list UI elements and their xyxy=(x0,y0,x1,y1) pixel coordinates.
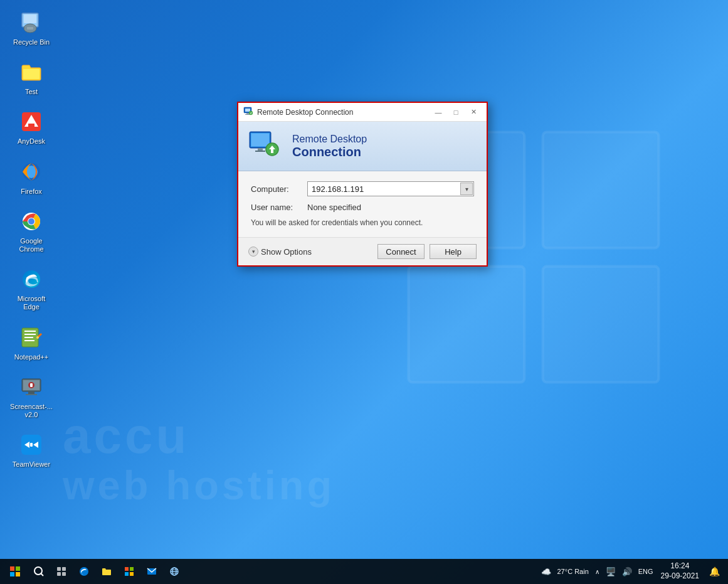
edge-label: Microsoft Edge xyxy=(9,295,53,311)
rdp-show-options-label: Show Options xyxy=(261,247,312,257)
rdp-computer-dropdown[interactable]: ▾ xyxy=(460,183,473,195)
svg-rect-2 xyxy=(409,267,525,383)
svg-rect-47 xyxy=(10,572,14,576)
svg-rect-23 xyxy=(24,340,34,341)
svg-rect-53 xyxy=(57,572,61,576)
rdp-minimize-button[interactable]: — xyxy=(430,106,446,119)
svg-rect-54 xyxy=(62,572,66,576)
rdp-header: Remote Desktop Connection xyxy=(238,122,487,171)
chrome-icon xyxy=(18,208,45,235)
svg-rect-51 xyxy=(57,567,61,571)
edge-icon xyxy=(18,266,45,292)
svg-rect-5 xyxy=(24,14,36,23)
rdp-show-options-button[interactable]: ▾ Show Options xyxy=(248,247,312,257)
taskbar: ☁️ 27°C Rain ∧ 🖥️ 🔊 ENG 16:24 29-09-2021… xyxy=(0,559,728,584)
desktop-icon-screencast[interactable]: Screencast-... v2.0 xyxy=(6,371,56,422)
rdp-header-line1: Remote Desktop xyxy=(292,134,367,145)
svg-rect-11 xyxy=(28,124,34,127)
tray-network-icon[interactable]: 🖥️ xyxy=(604,566,617,578)
svg-point-37 xyxy=(249,111,253,115)
svg-rect-22 xyxy=(24,337,33,338)
taskbar-time-value: 16:24 xyxy=(670,561,689,571)
desktop-icon-firefox[interactable]: Firefox xyxy=(6,156,56,199)
svg-rect-30 xyxy=(30,383,33,387)
svg-rect-41 xyxy=(258,148,263,151)
watermark-line2: web hosting xyxy=(63,462,335,509)
svg-rect-44 xyxy=(271,148,273,153)
desktop-icon-teamviewer[interactable]: TeamViewer xyxy=(6,428,56,472)
firefox-icon xyxy=(18,159,45,185)
rdp-username-value: None specified xyxy=(307,203,361,212)
svg-line-50 xyxy=(41,574,44,576)
teamviewer-icon xyxy=(18,432,45,458)
taskbar-pinned-network[interactable] xyxy=(163,560,186,583)
svg-rect-45 xyxy=(10,566,14,571)
svg-rect-35 xyxy=(246,113,249,114)
desktop-icon-column: Recycle Bin Test AnyDesk xyxy=(6,6,56,472)
desktop: accu web hosting Recycle Bin Test xyxy=(0,0,728,559)
svg-rect-27 xyxy=(28,391,34,394)
screencast-label: Screencast-... v2.0 xyxy=(9,403,53,419)
svg-rect-8 xyxy=(23,69,40,79)
taskbar-start-button[interactable] xyxy=(3,560,28,583)
tray-weather-text: 27°C Rain xyxy=(556,566,590,576)
recycle-bin-icon xyxy=(18,9,45,36)
svg-rect-21 xyxy=(24,334,36,335)
rdp-computer-input-wrapper: ▾ xyxy=(307,181,474,196)
desktop-icon-edge[interactable]: Microsoft Edge xyxy=(6,263,56,314)
test-label: Test xyxy=(25,88,38,96)
taskbar-search-button[interactable] xyxy=(28,560,50,583)
rdp-connect-button[interactable]: Connect xyxy=(377,244,425,259)
svg-rect-40 xyxy=(251,134,269,146)
rdp-window-controls: — □ ✕ xyxy=(430,106,482,119)
rdp-dialog: Remote Desktop Connection — □ ✕ xyxy=(237,102,488,267)
desktop-icon-notepadpp[interactable]: Notepad++ xyxy=(6,321,56,364)
firefox-label: Firefox xyxy=(21,188,42,196)
rdp-title-icon xyxy=(243,106,253,118)
svg-rect-58 xyxy=(125,572,129,576)
taskbar-system-tray: ☁️ 27°C Rain ∧ 🖥️ 🔊 ENG xyxy=(537,566,657,578)
test-folder-icon xyxy=(18,59,45,85)
svg-rect-3 xyxy=(543,267,659,383)
tray-chevron-icon[interactable]: ∧ xyxy=(594,567,601,576)
rdp-computer-input[interactable] xyxy=(307,181,474,196)
taskbar-pinned-edge[interactable] xyxy=(73,560,95,583)
rdp-help-button[interactable]: Help xyxy=(430,244,477,259)
rdp-username-row: User name: None specified xyxy=(251,203,474,212)
svg-point-24 xyxy=(36,336,39,339)
taskbar-pinned-folder[interactable] xyxy=(95,560,118,583)
taskbar-date-value: 29-09-2021 xyxy=(661,571,699,581)
taskbar-clock[interactable]: 16:24 29-09-2021 xyxy=(657,561,703,581)
svg-rect-57 xyxy=(130,567,134,571)
desktop-icon-test[interactable]: Test xyxy=(6,56,56,99)
rdp-computer-row: Computer: ▾ xyxy=(251,181,474,196)
desktop-icon-recycle-bin[interactable]: Recycle Bin xyxy=(6,6,56,50)
desktop-icon-chrome[interactable]: Google Chrome xyxy=(6,205,56,257)
svg-rect-56 xyxy=(125,567,129,571)
taskbar-task-view-button[interactable] xyxy=(50,560,73,583)
rdp-body: Computer: ▾ User name: None specified Yo… xyxy=(238,171,487,237)
taskbar-pinned-mail[interactable] xyxy=(140,560,163,583)
rdp-maximize-button[interactable]: □ xyxy=(448,106,464,119)
notepadpp-label: Notepad++ xyxy=(14,353,48,361)
rdp-titlebar: Remote Desktop Connection — □ ✕ xyxy=(238,103,487,122)
screencast-icon xyxy=(18,374,45,400)
rdp-close-button[interactable]: ✕ xyxy=(465,106,482,119)
rdp-action-buttons: Connect Help xyxy=(377,244,477,259)
rdp-header-text: Remote Desktop Connection xyxy=(292,134,367,159)
rdp-title-text: Remote Desktop Connection xyxy=(257,108,430,117)
svg-rect-7 xyxy=(27,27,33,29)
svg-rect-34 xyxy=(245,109,250,112)
tray-lang-text[interactable]: ENG xyxy=(637,566,655,576)
anydesk-label: AnyDesk xyxy=(18,137,45,146)
tray-volume-icon[interactable]: 🔊 xyxy=(621,566,633,578)
tray-weather-icon[interactable]: ☁️ xyxy=(540,566,552,578)
watermark-line1: accu xyxy=(63,407,728,465)
taskbar-notification-button[interactable]: 🔔 xyxy=(703,560,725,583)
desktop-icon-anydesk[interactable]: AnyDesk xyxy=(6,105,56,149)
recycle-bin-label: Recycle Bin xyxy=(13,38,50,46)
svg-point-49 xyxy=(34,567,42,575)
taskbar-pinned-store[interactable] xyxy=(118,560,140,583)
svg-rect-59 xyxy=(130,572,134,576)
svg-rect-20 xyxy=(24,331,36,332)
